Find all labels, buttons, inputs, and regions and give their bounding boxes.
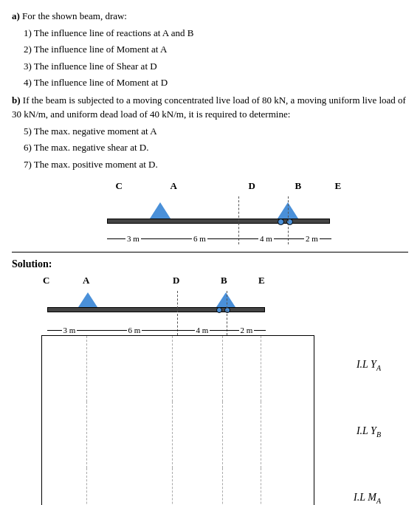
- label-d-top: D: [249, 180, 255, 192]
- label-c-bottom: C: [43, 275, 49, 286]
- item-1: 1) The influence line of reactions at A …: [24, 26, 408, 41]
- grid-dash-6: [172, 402, 173, 468]
- label-a-top: A: [171, 180, 177, 192]
- dim-3m-top: 3 m: [107, 234, 160, 243]
- label-e-top: E: [335, 180, 342, 192]
- grid-dash-12: [261, 468, 261, 505]
- grid-dash-5: [86, 402, 87, 468]
- il-yb-label: I.L YB: [357, 425, 381, 439]
- beam-bar-top: [107, 219, 330, 224]
- grid-dash-9: [86, 468, 87, 505]
- grid-dash-4: [261, 336, 261, 402]
- item-5: 5) The max. negative moment at A: [24, 124, 408, 139]
- support-b-bottom-roller: [216, 307, 230, 313]
- part-a-label: a) For the shown beam, draw:: [12, 9, 408, 24]
- grid-dash-2: [172, 336, 173, 402]
- item-3: 3) The influence line of Shear at D: [24, 59, 408, 74]
- beam-bar-bottom: [47, 307, 265, 312]
- dim-4m-bottom: 4 m: [177, 326, 227, 334]
- label-c-top: C: [116, 180, 123, 192]
- grid-dash-11: [222, 468, 223, 505]
- label-d-bottom: D: [173, 275, 179, 286]
- grid-dash-3: [222, 336, 223, 402]
- beam-diagram-top: C A D B E 3 m: [12, 180, 408, 244]
- item-2: 2) The influence line of Moment at A: [24, 42, 408, 57]
- support-b-bottom-triangle: [216, 292, 235, 307]
- dim-6m-top: 6 m: [160, 234, 240, 243]
- il-ma-label: I.L MA: [354, 492, 381, 505]
- beam-diagram-bottom: C A D B E 3 m 6 m: [34, 275, 408, 505]
- il-ya-row: I.L YA: [41, 335, 314, 402]
- problem-section: a) For the shown beam, draw: 1) The infl…: [12, 9, 408, 171]
- label-e-bottom: E: [258, 275, 265, 286]
- support-b-roller: [278, 219, 293, 225]
- part-b-label: b) If the beam is subjected to a moving …: [12, 93, 408, 122]
- solution-label: Solution:: [12, 258, 408, 270]
- support-a-pin: [150, 202, 171, 219]
- grid-dash-1: [86, 336, 87, 402]
- il-yb-row: I.L YB: [41, 402, 314, 468]
- il-ya-label: I.L YA: [357, 359, 381, 372]
- dim-4m-top: 4 m: [240, 234, 293, 243]
- grid-dash-7: [222, 402, 223, 468]
- item-4: 4) The influence line of Moment at D: [24, 75, 408, 90]
- dim-2m-top: 2 m: [293, 234, 331, 243]
- dim-2m-bottom: 2 m: [227, 326, 266, 334]
- support-a-bottom: [78, 292, 97, 307]
- section-divider: [12, 252, 408, 252]
- il-ma-row: I.L MA: [41, 468, 314, 505]
- dim-6m-bottom: 6 m: [92, 326, 177, 334]
- dim-3m-bottom: 3 m: [47, 326, 92, 334]
- item-7: 7) The max. positive moment at D.: [24, 157, 408, 172]
- grid-dash-10: [172, 468, 173, 505]
- item-6: 6) The max. negative shear at D.: [24, 140, 408, 155]
- label-a-bottom: A: [83, 275, 89, 286]
- label-b-bottom: B: [221, 275, 227, 286]
- grid-dash-8: [261, 402, 261, 468]
- label-b-top: B: [295, 180, 302, 192]
